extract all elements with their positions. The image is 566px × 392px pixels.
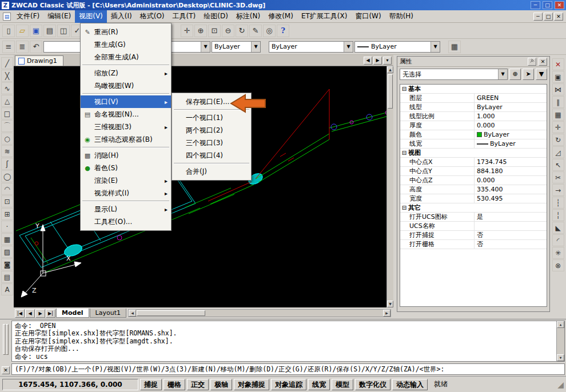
scroll-left-icon[interactable]: ◀ bbox=[129, 310, 136, 317]
make-block-icon[interactable]: ⊞ bbox=[1, 208, 13, 220]
xline-icon[interactable]: ╳ bbox=[1, 70, 13, 82]
pickadd-toggle-button[interactable]: ⊕ bbox=[509, 69, 521, 80]
quick-select-button[interactable]: ▼ bbox=[536, 69, 547, 80]
redraw-icon[interactable]: ✎ bbox=[249, 25, 262, 37]
last-tab-button[interactable]: ▶| bbox=[46, 309, 55, 318]
prop-group-misc[interactable]: ⊟ 其它 bbox=[400, 203, 547, 213]
arc-icon[interactable]: ⌒ bbox=[1, 120, 13, 132]
close-icon[interactable]: ✕ bbox=[539, 58, 547, 66]
horizontal-scrollbar[interactable]: ◀ ▶ bbox=[128, 309, 391, 317]
menu-item-viewports[interactable]: 视口(V)▸ bbox=[81, 95, 171, 108]
rotate-icon[interactable]: ↻ bbox=[552, 134, 564, 146]
menu-item-join-viewports[interactable]: 合并(J) bbox=[172, 165, 251, 178]
prop-row-center-x[interactable]: 中心点X 1734.745 bbox=[400, 158, 547, 167]
selection-dropdown[interactable]: 无选择 ▼ bbox=[400, 69, 508, 80]
ellipse-icon[interactable]: ◯ bbox=[1, 170, 13, 182]
prev-tab-button[interactable]: ◀ bbox=[25, 309, 35, 318]
ortho-toggle[interactable]: 正交 bbox=[187, 379, 209, 390]
prop-row-color[interactable]: 颜色 ByLayer bbox=[400, 130, 547, 139]
scroll-up-icon[interactable]: ▲ bbox=[387, 66, 393, 73]
lineweight-dropdown[interactable]: ByLayer ▼ bbox=[354, 41, 440, 53]
command-scrollbar[interactable]: ▲ ▼ bbox=[556, 321, 564, 361]
menu-item-zoom[interactable]: 缩放(Z)▸ bbox=[81, 67, 171, 79]
zoom-previous-icon[interactable]: ⊖ bbox=[222, 25, 234, 37]
menu-draw[interactable]: 绘图(D) bbox=[200, 10, 232, 23]
break-icon[interactable]: ╎ bbox=[552, 209, 564, 221]
line-icon[interactable]: ╱ bbox=[1, 57, 13, 69]
layer-states-icon[interactable]: ≣ bbox=[16, 41, 29, 53]
circle-icon[interactable]: ○ bbox=[1, 133, 13, 145]
dyn-input-toggle[interactable]: 动态输入 bbox=[392, 379, 428, 390]
menu-item-2-viewports[interactable]: 两个视口(2) bbox=[172, 124, 251, 137]
polygon-icon[interactable]: △ bbox=[1, 95, 13, 107]
menu-file[interactable]: 文件(F) bbox=[13, 10, 43, 23]
region-icon[interactable]: ◙ bbox=[1, 258, 13, 270]
trim-icon[interactable]: ✂ bbox=[552, 171, 564, 183]
prop-row-center-z[interactable]: 中心点Z 0.000 bbox=[400, 176, 547, 185]
move-icon[interactable]: ✛ bbox=[552, 121, 564, 133]
gradient-icon[interactable]: ▨ bbox=[1, 246, 13, 258]
next-tab-button[interactable]: ▶ bbox=[35, 309, 45, 318]
prop-row-thickness[interactable]: 厚度 0.000 bbox=[400, 121, 547, 130]
mdi-close-button[interactable]: ✕ bbox=[554, 13, 563, 21]
command-input[interactable]: (F)/?/对象(OB)/上一个(P)/视图(V)/世界(W)/3点(3)/新建… bbox=[11, 363, 565, 375]
polar-toggle[interactable]: 极轴 bbox=[210, 379, 232, 390]
first-tab-button[interactable]: |◀ bbox=[15, 309, 25, 318]
text-style-icon[interactable]: ▦ bbox=[448, 41, 461, 53]
chamfer-icon[interactable]: ◣ bbox=[552, 222, 564, 234]
snap-toggle[interactable]: 捕捉 bbox=[140, 379, 162, 390]
menu-item-display[interactable]: 显示(L)▸ bbox=[81, 203, 171, 215]
maximize-button[interactable]: □ bbox=[543, 1, 552, 9]
menu-item-3d-views[interactable]: 三维视图(3)▸ bbox=[81, 121, 171, 133]
menu-express-tools[interactable]: ET扩展工具(X) bbox=[297, 10, 352, 23]
prop-row-linetype[interactable]: 线型 ByLayer bbox=[400, 103, 547, 112]
tab-model[interactable]: Model bbox=[56, 309, 89, 318]
chevron-down-icon[interactable]: ▼ bbox=[201, 42, 210, 52]
stretch-icon[interactable]: ↖ bbox=[552, 159, 564, 171]
menu-format[interactable]: 格式(O) bbox=[136, 10, 169, 23]
mtext-icon[interactable]: A bbox=[1, 283, 13, 295]
plot-preview-icon[interactable]: ◫ bbox=[57, 25, 70, 37]
polyline-icon[interactable]: ∿ bbox=[1, 82, 13, 94]
insert-block-icon[interactable]: ⊡ bbox=[1, 195, 13, 207]
chevron-down-icon[interactable]: ▼ bbox=[251, 42, 260, 52]
open-icon[interactable]: ▱ bbox=[16, 25, 29, 37]
menu-dimension[interactable]: 标注(N) bbox=[232, 10, 264, 23]
prop-row-snap-on[interactable]: 打开捕捉 否 bbox=[400, 231, 547, 240]
prop-row-lineweight[interactable]: 线宽 ByLayer bbox=[400, 139, 547, 149]
menu-edit[interactable]: 编辑(E) bbox=[43, 10, 75, 23]
prop-row-layer[interactable]: 图层 GREEN bbox=[400, 94, 547, 103]
menu-item-named-views[interactable]: ▤命名视图(N)... bbox=[81, 108, 171, 121]
menu-window[interactable]: 窗口(W) bbox=[351, 10, 385, 23]
mdi-restore-button[interactable]: □ bbox=[544, 13, 553, 21]
menu-item-render[interactable]: 渲染(E)▸ bbox=[81, 174, 171, 187]
menu-item-3d-orbit[interactable]: ◉三维动态观察器(B) bbox=[81, 133, 171, 146]
scrollbar-thumb[interactable] bbox=[137, 310, 205, 316]
ellipse-arc-icon[interactable]: ◠ bbox=[1, 183, 13, 195]
scroll-down-icon[interactable]: ▼ bbox=[387, 301, 393, 307]
chevron-down-icon[interactable]: ▼ bbox=[431, 42, 440, 52]
scrollbar-thumb[interactable] bbox=[388, 74, 393, 109]
prop-row-linetype-scale[interactable]: 线型比例 1.000 bbox=[400, 112, 547, 121]
mdi-minimize-button[interactable]: ─ bbox=[533, 13, 543, 21]
scroll-up-icon[interactable]: ▲ bbox=[557, 321, 564, 328]
menu-view[interactable]: 视图(V) bbox=[75, 10, 107, 23]
explode-icon[interactable]: ✳ bbox=[552, 247, 564, 259]
prop-group-basic[interactable]: ⊟ 基本 bbox=[400, 85, 547, 94]
zoom-window-icon[interactable]: ⊡ bbox=[208, 25, 221, 37]
menu-help[interactable]: 帮助(H) bbox=[385, 10, 417, 23]
menu-item-4-viewports[interactable]: 四个视口(4) bbox=[172, 149, 251, 162]
chevron-down-icon[interactable]: ▼ bbox=[498, 69, 507, 79]
regen-icon[interactable]: ↻ bbox=[236, 25, 248, 37]
tab-scroll-right-button[interactable]: ▶ bbox=[373, 57, 382, 65]
otrack-toggle[interactable]: 对象追踪 bbox=[271, 379, 306, 390]
prop-row-ucs-name[interactable]: UCS名称 bbox=[400, 222, 547, 231]
collapse-icon[interactable]: ⊟ bbox=[400, 85, 408, 93]
osnap-toggle[interactable]: 对象捕捉 bbox=[234, 379, 269, 390]
grid-toggle[interactable]: 栅格 bbox=[164, 379, 185, 390]
tab-scroll-left-button[interactable]: ◀ bbox=[364, 57, 372, 65]
lineweight-toggle[interactable]: 线宽 bbox=[308, 379, 330, 390]
tab-layout1[interactable]: Layout1 bbox=[90, 309, 126, 318]
command-history[interactable]: 命令: _OPEN 正在用字型[simplex.shx]替代字型[ROMANS.… bbox=[11, 321, 565, 362]
point-icon[interactable]: · bbox=[1, 221, 13, 233]
